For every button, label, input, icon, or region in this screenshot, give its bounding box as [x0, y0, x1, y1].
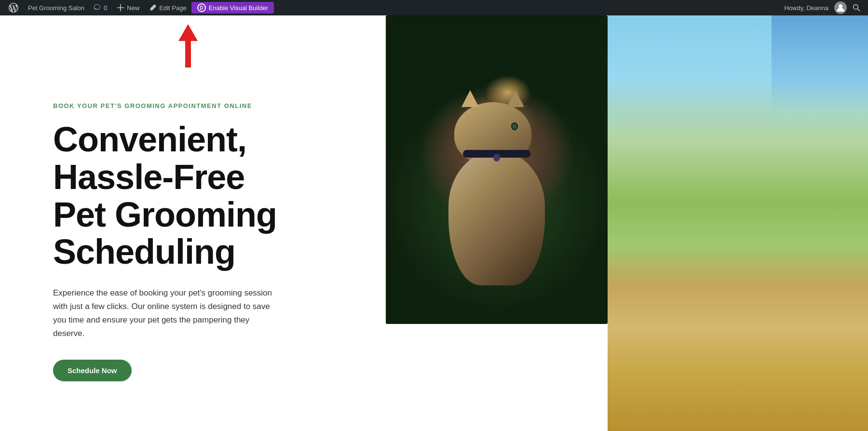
- cat-silhouette: [429, 102, 564, 285]
- cat-image-box: [386, 15, 608, 324]
- hero-description: Experience the ease of booking your pet'…: [53, 286, 275, 340]
- cat-photo: [386, 15, 608, 324]
- wp-logo-icon: [9, 3, 18, 13]
- svg-line-2: [857, 9, 860, 11]
- site-name-text: Pet Grooming Salon: [28, 4, 84, 12]
- search-icon: [853, 4, 860, 12]
- search-button[interactable]: [849, 0, 864, 15]
- adminbar-left: Pet Grooming Salon 0 New Edit Page: [4, 0, 780, 15]
- cat-ear-left: [461, 90, 479, 107]
- admin-bar: Pet Grooming Salon 0 New Edit Page: [0, 0, 868, 15]
- page-content: BOOK YOUR PET'S GROOMING APPOINTMENT ONL…: [0, 15, 868, 431]
- adminbar-right: Howdy, Deanna: [780, 0, 864, 15]
- hero-subheading: BOOK YOUR PET'S GROOMING APPOINTMENT ONL…: [53, 102, 347, 109]
- svg-point-1: [854, 5, 858, 10]
- edit-page-link[interactable]: Edit Page: [144, 0, 191, 15]
- divi-icon: D: [197, 3, 206, 12]
- heading-line2: Hassle-Free: [53, 158, 244, 196]
- cat-eye: [511, 122, 518, 130]
- wp-logo-link[interactable]: [4, 0, 23, 15]
- divi-letter: D: [200, 5, 203, 11]
- hero-left: BOOK YOUR PET'S GROOMING APPOINTMENT ONL…: [0, 15, 386, 431]
- new-label: New: [127, 4, 139, 12]
- cat-ear-right: [507, 90, 524, 107]
- plus-icon: [117, 4, 124, 12]
- heading-line3: Pet Grooming: [53, 195, 277, 234]
- arrow-indicator: [178, 24, 198, 67]
- new-content-link[interactable]: New: [112, 0, 144, 15]
- comment-count-text: 0: [104, 4, 107, 12]
- enable-visual-builder-button[interactable]: D Enable Visual Builder: [191, 2, 274, 13]
- cat-collar: [463, 150, 530, 158]
- enable-vb-label: Enable Visual Builder: [209, 4, 268, 12]
- arrow-stem: [185, 41, 191, 67]
- heading-line1: Convenient,: [53, 120, 246, 159]
- site-name-link[interactable]: Pet Grooming Salon: [23, 0, 89, 15]
- schedule-now-button[interactable]: Schedule Now: [53, 360, 132, 381]
- arrow-up-icon: [178, 24, 198, 41]
- user-avatar-icon: [836, 3, 845, 13]
- comment-icon: [94, 4, 102, 12]
- cat-body: [448, 150, 545, 285]
- heading-line4: Scheduling: [53, 232, 235, 271]
- comments-link[interactable]: 0: [89, 0, 112, 15]
- hero-heading: Convenient, Hassle-Free Pet Grooming Sch…: [53, 121, 347, 271]
- hero-right: [386, 15, 868, 431]
- edit-page-label: Edit Page: [159, 4, 186, 12]
- blue-lines-decoration: [772, 15, 868, 112]
- pencil-icon: [149, 4, 157, 12]
- avatar: [834, 1, 847, 14]
- howdy-text: Howdy, Deanna: [780, 4, 832, 12]
- svg-point-0: [839, 4, 842, 8]
- collar-tag: [493, 154, 500, 162]
- outdoor-background: [608, 15, 868, 431]
